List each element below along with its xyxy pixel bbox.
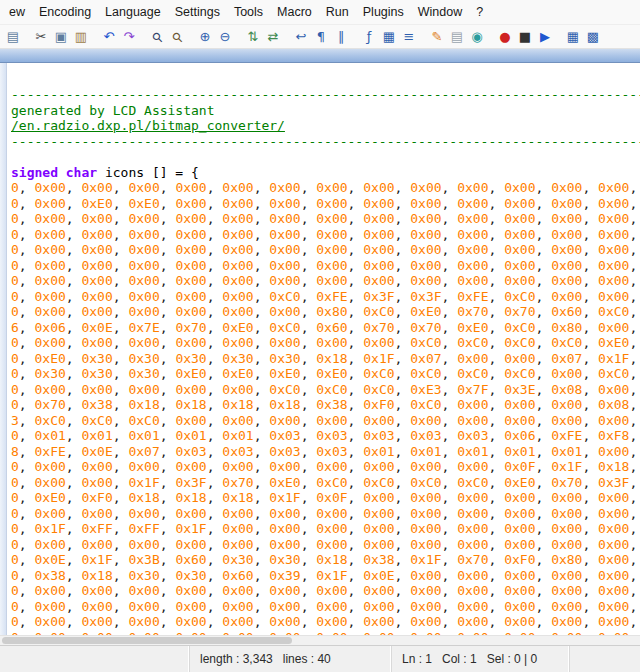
grid-1-icon[interactable]: ▦ <box>563 27 583 47</box>
menu-item-plugins[interactable]: Plugins <box>356 1 411 23</box>
code-line: 0, 0x00, 0x00, 0x1F, 0x3F, 0x70, 0xE0, 0… <box>11 475 640 491</box>
code-line: 0, 0x00, 0x00, 0x00, 0x00, 0x00, 0x00, 0… <box>11 537 640 553</box>
code-line: generated by LCD Assistant <box>11 103 640 119</box>
code-line: 0, 0x00, 0x00, 0x00, 0x00, 0x00, 0x00, 0… <box>11 335 640 351</box>
code-line: signed char icons [] = { <box>11 165 640 181</box>
code-line: 0, 0x30, 0x30, 0x30, 0xE0, 0xE0, 0xE0, 0… <box>11 366 640 382</box>
code-line: 0, 0x00, 0x00, 0x00, 0x00, 0x00, 0xC0, 0… <box>11 382 640 398</box>
play-macro-icon[interactable]: ▶ <box>535 27 555 47</box>
code-line: 0, 0x00, 0x00, 0x00, 0x00, 0x00, 0x00, 0… <box>11 599 640 615</box>
editor-lines: ----------------------------------------… <box>7 63 640 635</box>
code-line: 0, 0x00, 0x00, 0x00, 0x00, 0x00, 0x00, 0… <box>11 614 640 630</box>
menu-item-macro[interactable]: Macro <box>270 1 319 23</box>
scrollbar-thumb[interactable] <box>2 637 292 644</box>
menu-item-encoding[interactable]: Encoding <box>32 1 98 23</box>
status-extra <box>570 646 640 672</box>
code-line: 0, 0x00, 0x00, 0x00, 0x00, 0x00, 0x00, 0… <box>11 227 640 243</box>
editor-margin <box>0 63 7 635</box>
doc-gray-icon[interactable]: ▤ <box>447 27 467 47</box>
code-line: /en.radzio.dxp.pl/bitmap_converter/ <box>11 118 640 134</box>
menu-item-view[interactable]: ew <box>2 1 32 23</box>
menu-item-tools[interactable]: Tools <box>227 1 270 23</box>
function-list-icon[interactable]: ƒ <box>359 27 379 47</box>
print-icon[interactable]: ▤ <box>3 27 23 47</box>
replace-icon[interactable]: ⚲ <box>163 22 191 50</box>
word-wrap-icon[interactable]: ↩ <box>291 27 311 47</box>
code-line: 0, 0x00, 0x00, 0x00, 0x00, 0x00, 0x00, 0… <box>11 459 640 475</box>
stop-macro-icon[interactable]: ■ <box>515 27 535 47</box>
code-line <box>11 149 640 165</box>
editor[interactable]: ----------------------------------------… <box>0 63 640 635</box>
menu-item-window[interactable]: Window <box>411 1 469 23</box>
horizontal-scrollbar[interactable] <box>0 635 640 645</box>
code-line: 0, 0x38, 0x18, 0x30, 0x30, 0x60, 0x39, 0… <box>11 568 640 584</box>
record-macro-icon[interactable]: ● <box>495 27 515 47</box>
show-all-chars-icon[interactable]: ¶ <box>311 27 331 47</box>
paste-icon[interactable]: ▥ <box>71 27 91 47</box>
menu-item-help[interactable]: ? <box>469 1 490 23</box>
code-line: 0, 0x00, 0x00, 0x00, 0x00, 0x00, 0xC0, 0… <box>11 289 640 305</box>
code-line: 8, 0xFE, 0x0E, 0x07, 0x03, 0x03, 0x03, 0… <box>11 444 640 460</box>
sync-scroll-v-icon[interactable]: ⇅ <box>243 27 263 47</box>
edit-macro-icon[interactable]: ✎ <box>427 27 447 47</box>
menu-item-language[interactable]: Language <box>98 1 168 23</box>
code-line: 0, 0x00, 0x00, 0x00, 0x00, 0x00, 0x00, 0… <box>11 304 640 320</box>
code-line: 0, 0x00, 0x00, 0x00, 0x00, 0x00, 0x00, 0… <box>11 211 640 227</box>
copy-icon[interactable]: ▣ <box>51 27 71 47</box>
toolbar: ▤✂▣▥↶↷⚲⚲⊕⊖⇅⇄↩¶∥ƒ▦≡✎▤◉●■▶▦▩ <box>0 25 640 49</box>
code-line: 0, 0xE0, 0xF0, 0x18, 0x18, 0x18, 0x1F, 0… <box>11 490 640 506</box>
code-line: 3, 0xC0, 0xC0, 0xC0, 0x00, 0x00, 0x00, 0… <box>11 413 640 429</box>
grid-2-icon[interactable]: ▩ <box>583 27 603 47</box>
code-line: ----------------------------------------… <box>11 87 640 103</box>
code-line: 0, 0x01, 0x01, 0x01, 0x01, 0x01, 0x03, 0… <box>11 428 640 444</box>
zoom-in-icon[interactable]: ⊕ <box>195 27 215 47</box>
status-cursor-info: Ln : 1 Col : 1 Sel : 0 | 0 <box>392 646 570 672</box>
status-doc-info: length : 3,343 lines : 40 <box>190 646 392 672</box>
code-line: 0, 0x00, 0x00, 0x00, 0x00, 0x00, 0x00, 0… <box>11 506 640 522</box>
code-line: 0, 0x00, 0x00, 0x00, 0x00, 0x00, 0x00, 0… <box>11 583 640 599</box>
menu-item-settings[interactable]: Settings <box>168 1 227 23</box>
cut-icon[interactable]: ✂ <box>31 27 51 47</box>
menu-item-run[interactable]: Run <box>319 1 356 23</box>
redo-icon[interactable]: ↷ <box>119 27 139 47</box>
view-eye-icon[interactable]: ◉ <box>467 27 487 47</box>
status-spacer <box>0 646 190 672</box>
code-line: 0, 0x1F, 0xFF, 0xFF, 0x1F, 0x00, 0x00, 0… <box>11 521 640 537</box>
doc-map-icon[interactable]: ▦ <box>379 27 399 47</box>
indent-guide-icon[interactable]: ∥ <box>331 27 351 47</box>
tab-bar <box>0 49 640 63</box>
code-line: 0, 0x00, 0x00, 0x00, 0x00, 0x00, 0x00, 0… <box>11 180 640 196</box>
undo-icon[interactable]: ↶ <box>99 27 119 47</box>
code-line: 0, 0x00, 0x00, 0x00, 0x00, 0x00, 0x00, 0… <box>11 273 640 289</box>
doc-list-icon[interactable]: ≡ <box>399 27 419 47</box>
code-line: 0, 0x00, 0xE0, 0xE0, 0x00, 0x00, 0x00, 0… <box>11 196 640 212</box>
code-line: 0, 0x00, 0x00, 0x00, 0x00, 0x00, 0x00, 0… <box>11 242 640 258</box>
code-line: 0, 0x0E, 0x1F, 0x3B, 0x60, 0x30, 0x30, 0… <box>11 552 640 568</box>
sync-scroll-h-icon[interactable]: ⇄ <box>263 27 283 47</box>
zoom-out-icon[interactable]: ⊖ <box>215 27 235 47</box>
status-bar: length : 3,343 lines : 40 Ln : 1 Col : 1… <box>0 645 640 672</box>
menu-bar: ewEncodingLanguageSettingsToolsMacroRunP… <box>0 0 640 25</box>
code-line: 0, 0x00, 0x00, 0x00, 0x00, 0x00, 0x00, 0… <box>11 258 640 274</box>
code-line: ----------------------------------------… <box>11 134 640 150</box>
code-line: 6, 0x06, 0x0E, 0x7E, 0x70, 0xE0, 0xC0, 0… <box>11 320 640 336</box>
code-line: 0, 0x70, 0x38, 0x18, 0x18, 0x18, 0x18, 0… <box>11 397 640 413</box>
code-line: 0, 0xE0, 0x30, 0x30, 0x30, 0x30, 0x30, 0… <box>11 351 640 367</box>
